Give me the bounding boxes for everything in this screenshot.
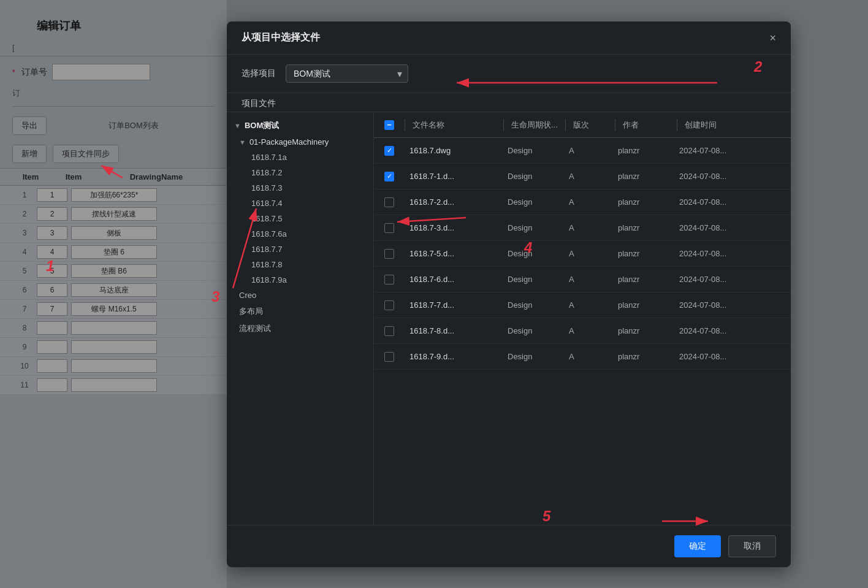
row-checkbox-wrapper[interactable] [374, 352, 405, 362]
file-table-row[interactable]: 1618.7-8.d... Design A planzr 2024-07-08… [374, 318, 791, 344]
row-author: planzr [613, 300, 674, 310]
row-checkbox-wrapper[interactable] [374, 249, 405, 259]
row-version: A [564, 146, 613, 155]
row-version: A [564, 249, 613, 258]
tree-item-1618-4-label: 1618.7.4 [251, 199, 283, 208]
row-lifecycle: Design [503, 352, 564, 361]
row-filename: 1618.7.dwg [405, 146, 503, 155]
modal-body: 选择项目 BOM测试 项目文件 ▼ BOM测试 ▼ 01-PackageMach… [227, 55, 791, 525]
row-author: planzr [613, 146, 674, 155]
row-lifecycle: Design [503, 326, 564, 335]
file-table-header: 文件名称 生命周期状... 版次 作者 创建时间 [374, 112, 791, 138]
row-lifecycle: Design [503, 249, 564, 258]
select-all-checkbox[interactable] [384, 120, 394, 130]
row-filename: 1618.7-6.d... [405, 275, 503, 284]
tree-item-creo[interactable]: Creo [227, 288, 373, 303]
project-select-wrapper[interactable]: BOM测试 [286, 64, 408, 83]
row-checkbox-wrapper[interactable] [374, 275, 405, 284]
tree-item-1618-2[interactable]: 1618.7.2 [227, 165, 373, 180]
tree-arrow-root: ▼ [234, 122, 241, 129]
row-created: 2024-07-08... [674, 249, 791, 258]
file-table-row[interactable]: 1618.7-6.d... Design A planzr 2024-07-08… [374, 267, 791, 292]
row-lifecycle: Design [503, 223, 564, 232]
file-select-modal: 从项目中选择文件 × 选择项目 BOM测试 项目文件 ▼ BOM测试 ▼ 01 [227, 21, 791, 567]
row-checkbox[interactable] [384, 172, 394, 181]
row-filename: 1618.7-8.d... [405, 326, 503, 335]
tree-root-label: BOM测试 [245, 120, 279, 131]
tree-item-creo-label: Creo [239, 291, 256, 300]
row-checkbox-wrapper[interactable] [374, 223, 405, 233]
row-author: planzr [613, 326, 674, 335]
row-author: planzr [613, 249, 674, 258]
close-button[interactable]: × [769, 32, 776, 44]
row-checkbox[interactable] [384, 223, 394, 233]
row-checkbox[interactable] [384, 146, 394, 156]
col-version-header: 版次 [566, 120, 615, 131]
row-checkbox[interactable] [384, 326, 394, 336]
file-table-body: 1618.7.dwg Design A planzr 2024-07-08...… [374, 138, 791, 525]
file-table-row[interactable]: 1618.7-5.d... Design A planzr 2024-07-08… [374, 241, 791, 267]
row-lifecycle: Design [503, 146, 564, 155]
row-checkbox[interactable] [384, 352, 394, 362]
tree-item-01[interactable]: ▼ 01-PackageMachinery [227, 134, 373, 150]
modal-footer: 确定 取消 [227, 525, 791, 567]
file-table-row[interactable]: 1618.7-1.d... Design A planzr 2024-07-08… [374, 164, 791, 189]
row-version: A [564, 197, 613, 207]
file-table-row[interactable]: 1618.7-7.d... Design A planzr 2024-07-08… [374, 292, 791, 318]
row-author: planzr [613, 172, 674, 181]
col-lifecycle-header: 生命周期状... [504, 120, 565, 131]
tree-item-1618-7[interactable]: 1618.7.7 [227, 242, 373, 257]
cancel-button[interactable]: 取消 [728, 535, 776, 557]
file-table-row[interactable]: 1618.7-3.d... Design A planzr 2024-07-08… [374, 215, 791, 241]
project-select[interactable]: BOM测试 [286, 64, 408, 83]
tree-arrow-01: ▼ [239, 139, 246, 146]
row-version: A [564, 352, 613, 361]
row-checkbox-wrapper[interactable] [374, 172, 405, 181]
row-checkbox[interactable] [384, 275, 394, 284]
row-filename: 1618.7-1.d... [405, 172, 503, 181]
modal-title: 从项目中选择文件 [242, 31, 320, 44]
tree-item-1618-8[interactable]: 1618.7.8 [227, 257, 373, 272]
col-created-header: 创建时间 [677, 120, 791, 131]
row-created: 2024-07-08... [674, 326, 791, 335]
tree-item-1618-5-label: 1618.7.5 [251, 214, 283, 223]
tree-item-1618-3[interactable]: 1618.7.3 [227, 180, 373, 196]
row-filename: 1618.7-3.d... [405, 223, 503, 232]
tree-item-1618-8-label: 1618.7.8 [251, 260, 283, 269]
row-checkbox-wrapper[interactable] [374, 326, 405, 336]
tree-item-multilayout[interactable]: 多布局 [227, 303, 373, 320]
row-created: 2024-07-08... [674, 172, 791, 181]
row-filename: 1618.7-2.d... [405, 197, 503, 207]
row-author: planzr [613, 223, 674, 232]
tree-root[interactable]: ▼ BOM测试 [227, 117, 373, 134]
file-table-row[interactable]: 1618.7-2.d... Design A planzr 2024-07-08… [374, 189, 791, 215]
row-version: A [564, 326, 613, 335]
file-table-row[interactable]: 1618.7-9.d... Design A planzr 2024-07-08… [374, 344, 791, 370]
row-created: 2024-07-08... [674, 197, 791, 207]
tree-item-flowtest[interactable]: 流程测试 [227, 320, 373, 337]
row-checkbox[interactable] [384, 300, 394, 310]
tree-item-1618-9a[interactable]: 1618.7.9a [227, 272, 373, 288]
tree-item-1618-7-label: 1618.7.7 [251, 245, 283, 254]
row-created: 2024-07-08... [674, 275, 791, 284]
row-checkbox-wrapper[interactable] [374, 146, 405, 156]
tree-item-1618-1a-label: 1618.7.1a [251, 153, 287, 162]
tree-item-1618-6a-label: 1618.7.6a [251, 229, 287, 239]
tree-item-multilayout-label: 多布局 [239, 306, 263, 317]
tree-item-1618-6a[interactable]: 1618.7.6a [227, 226, 373, 242]
tree-item-1618-3-label: 1618.7.3 [251, 183, 283, 193]
tree-panel[interactable]: ▼ BOM测试 ▼ 01-PackageMachinery 1618.7.1a … [227, 112, 374, 525]
row-version: A [564, 223, 613, 232]
row-version: A [564, 172, 613, 181]
row-checkbox[interactable] [384, 249, 394, 259]
confirm-button[interactable]: 确定 [674, 535, 721, 557]
col-check-header[interactable] [374, 120, 405, 130]
tree-item-1618-5[interactable]: 1618.7.5 [227, 211, 373, 226]
row-checkbox-wrapper[interactable] [374, 197, 405, 207]
file-table-row[interactable]: 1618.7.dwg Design A planzr 2024-07-08... [374, 138, 791, 164]
row-checkbox[interactable] [384, 197, 394, 207]
tree-item-1618-1a[interactable]: 1618.7.1a [227, 150, 373, 165]
tree-item-1618-4[interactable]: 1618.7.4 [227, 196, 373, 211]
row-lifecycle: Design [503, 300, 564, 310]
row-checkbox-wrapper[interactable] [374, 300, 405, 310]
